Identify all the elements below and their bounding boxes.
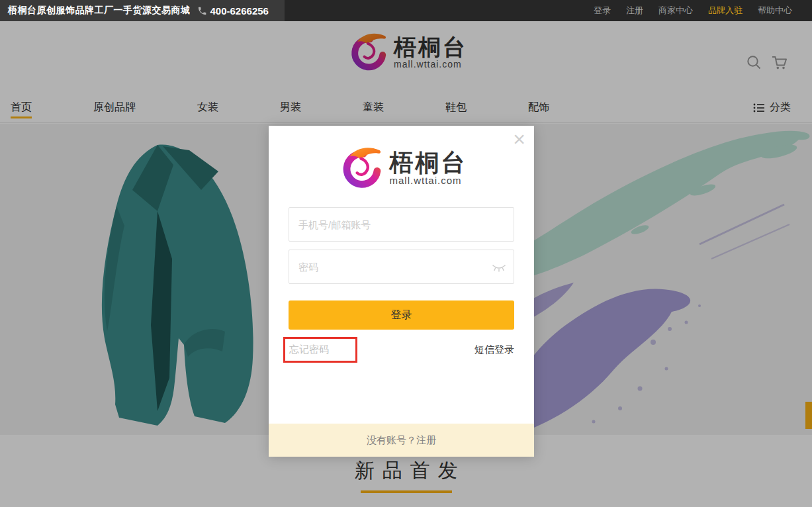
topbar-link-merchant-center[interactable]: 商家中心: [658, 5, 693, 17]
topbar: 梧桐台原创服饰品牌工厂一手货源交易商城 400-6266256 登录 注册 商家…: [0, 0, 812, 21]
login-form: 登录 忘记密码 短信登录: [269, 192, 534, 363]
service-phone: 400-6266256: [197, 5, 269, 17]
logo-domain: mall.wttai.com: [390, 175, 467, 186]
register-strip: 没有账号？注册: [269, 424, 534, 457]
close-icon[interactable]: ×: [513, 127, 525, 151]
site-slogan: 梧桐台原创服饰品牌工厂一手货源交易商城: [8, 5, 191, 17]
sms-login-link[interactable]: 短信登录: [474, 344, 514, 356]
phone-icon: [197, 6, 207, 16]
logo-brand-name: 梧桐台: [390, 151, 467, 175]
topbar-slogan-box: 梧桐台原创服饰品牌工厂一手货源交易商城 400-6266256: [0, 0, 285, 21]
logo-text: 梧桐台 mall.wttai.com: [390, 151, 467, 186]
service-phone-number: 400-6266256: [210, 5, 269, 17]
topbar-link-help-center[interactable]: 帮助中心: [758, 5, 792, 17]
account-input[interactable]: [289, 207, 514, 242]
password-input[interactable]: [289, 250, 514, 284]
topbar-link-brand-join[interactable]: 品牌入驻: [708, 5, 743, 17]
login-secondary-links: 忘记密码 短信登录: [289, 337, 514, 363]
register-hint-text: 没有账号？: [367, 434, 416, 445]
register-link[interactable]: 注册: [416, 434, 436, 445]
topbar-link-register[interactable]: 注册: [626, 5, 643, 17]
logo-swirl-icon: [336, 144, 384, 192]
login-button[interactable]: 登录: [289, 300, 514, 330]
topbar-link-login[interactable]: 登录: [594, 5, 611, 17]
modal-logo: 梧桐台 mall.wttai.com: [269, 144, 534, 192]
topbar-links: 登录 注册 商家中心 品牌入驻 帮助中心: [594, 5, 812, 17]
eye-closed-icon[interactable]: [492, 264, 506, 272]
login-modal: × 梧桐台 mall.wttai.com 登录 忘记密码 短信登录 没有账号？注…: [269, 126, 534, 457]
forgot-password-link[interactable]: 忘记密码: [283, 337, 357, 363]
password-field-wrap: [289, 250, 514, 284]
